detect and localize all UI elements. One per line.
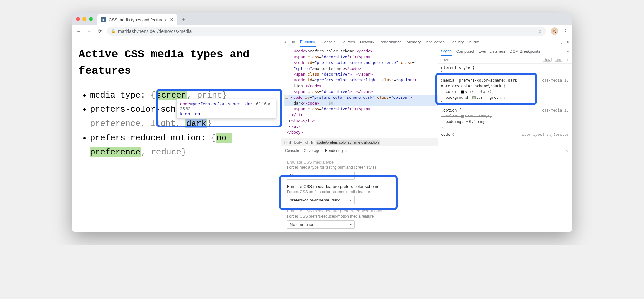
elements-dom-pane[interactable]: <code>prefers-color-scheme:</code> <span… xyxy=(281,47,438,146)
tab-console[interactable]: Console xyxy=(321,40,336,44)
cls-toggle[interactable]: .cls xyxy=(555,58,562,62)
maximize-window-button[interactable] xyxy=(89,17,93,21)
new-style-rule-button[interactable]: ＋ xyxy=(565,57,569,62)
tab-security[interactable]: Security xyxy=(450,40,464,44)
back-button[interactable]: ← xyxy=(76,28,82,34)
favicon-icon: ◧ xyxy=(101,17,106,22)
new-tab-button[interactable]: ＋ xyxy=(180,15,186,23)
reload-button[interactable]: ⟳ xyxy=(97,28,102,34)
devtools: ⟡ ⧉ Elements Console Sources Network Per… xyxy=(281,37,572,232)
bookmark-star-icon[interactable]: ☆ xyxy=(538,28,542,34)
drawer-tab-console[interactable]: Console xyxy=(285,148,299,153)
address-bar: ← → ⟳ 🔒 mathiasbynens.be/demo/css-media … xyxy=(72,25,572,37)
source-link[interactable]: css-media:13 xyxy=(542,108,569,114)
rendering-section-desc: Forces CSS prefers-color-scheme media fe… xyxy=(287,190,566,194)
tab-audits[interactable]: Audits xyxy=(469,40,479,44)
close-tab-button[interactable]: × xyxy=(170,17,173,23)
page-heading: Active CSS media types and features xyxy=(79,46,274,79)
page-viewport: Active CSS media types and features medi… xyxy=(72,37,281,232)
close-window-button[interactable] xyxy=(76,17,80,21)
tab-title: CSS media types and features xyxy=(109,17,166,22)
browser-tab[interactable]: ◧ CSS media types and features × xyxy=(97,14,177,25)
forward-button[interactable]: → xyxy=(86,28,92,34)
url-path: /demo/css-media xyxy=(157,29,192,34)
tab-styles[interactable]: Styles xyxy=(441,49,452,56)
tab-memory[interactable]: Memory xyxy=(407,40,421,44)
devtools-tabs: ⟡ ⧉ Elements Console Sources Network Per… xyxy=(281,37,572,47)
source-link[interactable]: css-media:18 xyxy=(542,78,569,84)
tab-network[interactable]: Network xyxy=(360,40,374,44)
rendering-section-desc: Forces media type for testing print and … xyxy=(287,165,566,170)
tab-dom-breakpoints[interactable]: DOM Breakpoints xyxy=(510,49,540,54)
prefers-color-scheme-select[interactable]: prefers-color-scheme: dark▾ xyxy=(287,196,355,204)
rendering-section-heading: Emulate CSS media feature prefers-color-… xyxy=(287,184,566,189)
profile-avatar[interactable]: 🐮 xyxy=(551,27,558,35)
css-rules[interactable]: element.style { } css-media:18 @media (p… xyxy=(438,64,572,139)
devtools-drawer: Console Coverage Rendering × × Emulate C… xyxy=(281,146,572,232)
prefers-reduced-motion-select[interactable]: No emulation▾ xyxy=(287,220,355,229)
styles-filter-input[interactable] xyxy=(440,58,540,62)
tab-application[interactable]: Application xyxy=(426,40,445,44)
devtools-menu-button[interactable]: ⋮ xyxy=(559,40,563,44)
titlebar: ◧ CSS media types and features × ＋ xyxy=(72,13,572,25)
lock-icon: 🔒 xyxy=(111,29,116,33)
device-toolbar-icon[interactable]: ⧉ xyxy=(292,39,295,45)
inspect-element-icon[interactable]: ⟡ xyxy=(284,39,287,45)
hov-toggle[interactable]: :hov xyxy=(543,58,552,62)
rendering-section-heading: Emulate CSS media type xyxy=(287,160,566,164)
tab-computed[interactable]: Computed xyxy=(456,49,474,54)
tab-performance[interactable]: Performance xyxy=(379,40,402,44)
browser-window: ◧ CSS media types and features × ＋ ← → ⟳… xyxy=(72,13,572,232)
omnibox[interactable]: 🔒 mathiasbynens.be/demo/css-media ☆ xyxy=(107,27,546,36)
tab-event-listeners[interactable]: Event Listeners xyxy=(478,49,505,54)
rendering-section-heading: Emulate CSS media feature prefers-reduce… xyxy=(287,209,566,213)
tab-sources[interactable]: Sources xyxy=(341,40,355,44)
element-inspect-tooltip: code#prefers-color-scheme:dar69.16 × 35.… xyxy=(176,99,276,119)
browser-menu-button[interactable]: ⋮ xyxy=(563,28,568,34)
tab-elements[interactable]: Elements xyxy=(300,40,316,47)
rendering-section-desc: Forces CSS prefers-reduced-motion media … xyxy=(287,214,566,219)
media-type-select[interactable]: No emulation▾ xyxy=(287,172,355,180)
drawer-tab-coverage[interactable]: Coverage xyxy=(304,148,320,153)
dom-breadcrumb[interactable]: html body ul li code#prefers-color-schem… xyxy=(281,138,438,146)
close-drawer-button[interactable]: × xyxy=(566,148,568,153)
minimize-window-button[interactable] xyxy=(82,17,86,21)
url-host: mathiasbynens.be xyxy=(118,29,155,34)
list-item: prefers-reduced-motion: {no-preference, … xyxy=(90,131,274,159)
styles-pane: Styles Computed Event Listeners DOM Brea… xyxy=(438,47,572,146)
window-controls xyxy=(76,17,93,21)
drawer-tab-rendering[interactable]: Rendering xyxy=(325,148,343,153)
close-drawer-tab-button[interactable]: × xyxy=(345,148,347,153)
close-devtools-button[interactable]: × xyxy=(567,40,569,44)
